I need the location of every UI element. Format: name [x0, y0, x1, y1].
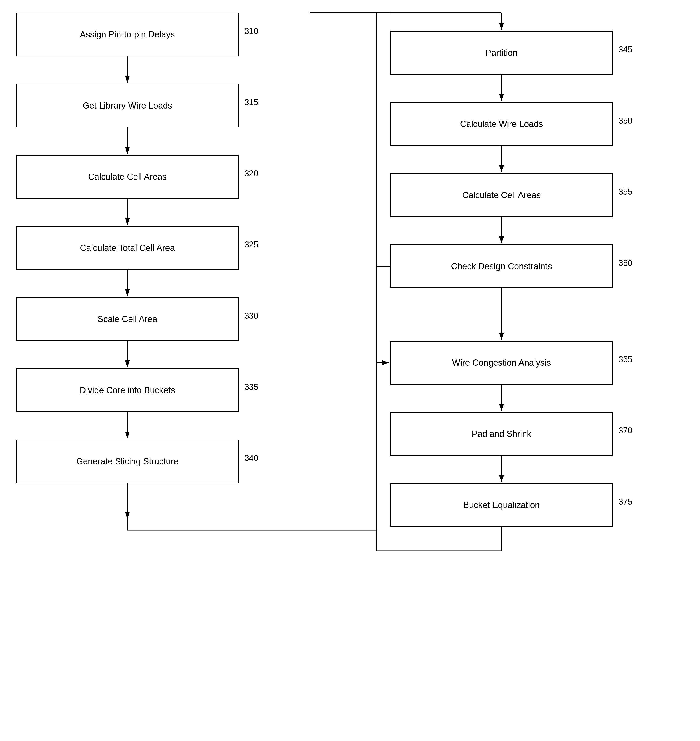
calc-wire-loads-box: Calculate Wire Loads: [390, 102, 613, 146]
divide-core-label: Divide Core into Buckets: [79, 385, 175, 395]
wire-congestion-box: Wire Congestion Analysis: [390, 341, 613, 385]
diagram-container: Assign Pin-to-pin Delays 310 Get Library…: [0, 0, 700, 741]
ref-315: 315: [244, 97, 258, 107]
partition-box: Partition: [390, 31, 613, 75]
ref-350: 350: [619, 116, 632, 126]
ref-370: 370: [619, 426, 632, 435]
calc-cell-areas-r-box: Calculate Cell Areas: [390, 173, 613, 217]
bucket-equal-label: Bucket Equalization: [463, 500, 540, 510]
ref-340: 340: [244, 453, 258, 463]
check-design-box: Check Design Constraints: [390, 244, 613, 288]
pad-shrink-box: Pad and Shrink: [390, 412, 613, 456]
ref-335: 335: [244, 382, 258, 392]
ref-330: 330: [244, 311, 258, 321]
ref-355: 355: [619, 187, 632, 197]
calc-cell-areas-box: Calculate Cell Areas: [16, 155, 239, 198]
ref-345: 345: [619, 45, 632, 54]
ref-360: 360: [619, 258, 632, 268]
scale-cell-label: Scale Cell Area: [97, 314, 157, 324]
get-library-box: Get Library Wire Loads: [16, 84, 239, 127]
calc-wire-loads-label: Calculate Wire Loads: [460, 119, 543, 129]
divide-core-box: Divide Core into Buckets: [16, 368, 239, 412]
assign-pin-box: Assign Pin-to-pin Delays: [16, 13, 239, 56]
scale-cell-box: Scale Cell Area: [16, 297, 239, 341]
get-library-label: Get Library Wire Loads: [82, 101, 172, 111]
calc-total-cell-box: Calculate Total Cell Area: [16, 226, 239, 270]
ref-365: 365: [619, 355, 632, 364]
ref-325: 325: [244, 240, 258, 250]
ref-310: 310: [244, 26, 258, 36]
wire-congestion-label: Wire Congestion Analysis: [452, 358, 551, 368]
calc-cell-areas-label: Calculate Cell Areas: [88, 172, 167, 182]
check-design-label: Check Design Constraints: [451, 262, 552, 271]
generate-slicing-label: Generate Slicing Structure: [76, 457, 179, 466]
generate-slicing-box: Generate Slicing Structure: [16, 440, 239, 483]
calc-total-cell-label: Calculate Total Cell Area: [80, 243, 175, 253]
pad-shrink-label: Pad and Shrink: [472, 429, 531, 439]
assign-pin-label: Assign Pin-to-pin Delays: [80, 29, 175, 40]
partition-label: Partition: [485, 48, 517, 58]
calc-cell-areas-r-label: Calculate Cell Areas: [462, 190, 541, 200]
ref-375: 375: [619, 497, 632, 507]
bucket-equal-box: Bucket Equalization: [390, 483, 613, 527]
ref-320: 320: [244, 169, 258, 178]
